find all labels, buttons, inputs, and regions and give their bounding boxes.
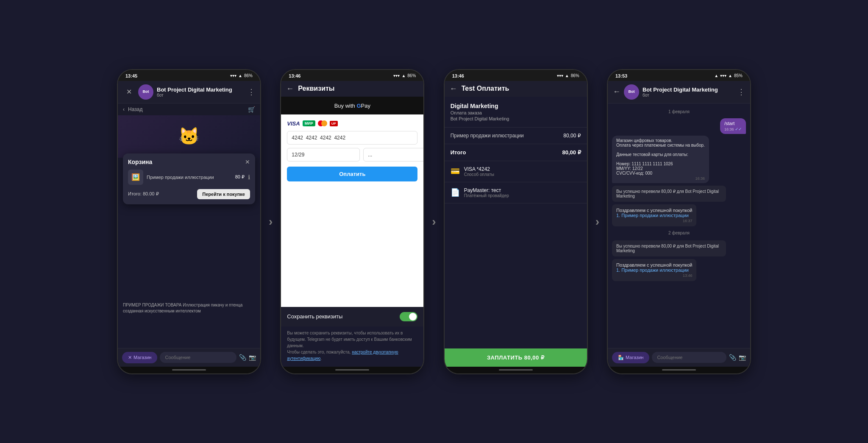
shop-button-1[interactable]: ✕ Магазин — [122, 352, 157, 363]
payment-method-label-3: VISA *4242 — [464, 166, 494, 172]
back-button-3[interactable]: ← — [450, 84, 457, 93]
promo-text-1: ПРИМЕР ПРОДАЖИ ТОВАРА Иллюстрация пикачу… — [123, 302, 255, 314]
status-time-2: 13:46 — [289, 73, 300, 78]
cart-item-image-1: 🖼️ — [128, 170, 143, 185]
msg-start-4: /start 16:36 ✓✓ — [720, 118, 746, 134]
cart-item-info-icon-1: ℹ — [248, 174, 250, 181]
cart-item-name-1: Пример продажи иллюстрации — [147, 175, 232, 180]
more-button-1[interactable]: ⋮ — [248, 87, 255, 97]
wifi-icon-1: ▲ — [238, 73, 242, 78]
message-input-1[interactable] — [160, 352, 236, 363]
chat-header-1: ✕ Bot Bot Project Digital Marketing бот … — [118, 81, 260, 103]
gpay-text-2: Buy with GPay — [334, 103, 370, 109]
cart-item-price-1: 80 ₽ — [235, 174, 245, 180]
msg-check-4: ✓✓ — [735, 127, 742, 131]
arrow-3: › — [595, 215, 599, 228]
date-divider-feb1-4: 1 февраля — [612, 109, 746, 114]
back-button-2[interactable]: ← — [286, 84, 294, 93]
status-bar-3: 13:46 ▾▾▾ ▲ 86% — [445, 70, 587, 81]
card-cvv-input-2[interactable] — [363, 148, 424, 162]
shop-btn-icon-1: ✕ — [128, 355, 132, 360]
more-button-4[interactable]: ⋮ — [737, 87, 745, 97]
payment-method-row-3: 💳 VISA *4242 Способ оплаты — [445, 161, 587, 182]
cart-icon-1[interactable]: 🛒 — [248, 106, 255, 113]
shop-button-4[interactable]: 🏪 Магазин — [612, 352, 649, 363]
payment-method-info-3: VISA *4242 Способ оплаты — [464, 166, 494, 177]
phone-screen-3: 13:46 ▾▾▾ ▲ 86% ← Test Оплатить Digital … — [444, 69, 588, 374]
message-input-4[interactable] — [652, 352, 726, 363]
status-icons-3: ▾▾▾ ▲ 86% — [557, 73, 579, 78]
status-time-1: 13:45 — [125, 73, 137, 78]
chat-header-4: ← Bot Bot Project Digital Marketing бот … — [608, 81, 750, 103]
header-subtitle-1: бот — [157, 93, 244, 98]
payment-provider-row-3: 📄 PayMaster: тест Платёжный провайдер — [445, 182, 587, 203]
header-title-4: Bot Project Digital Marketing — [643, 86, 734, 93]
status-time-4: 13:53 — [615, 73, 627, 78]
payment-merchant-3: Digital Marketing Оплата заказа Bot Proj… — [445, 97, 587, 128]
req-title-2: Реквизиты — [298, 85, 334, 92]
msg-congrats1-link-4: 1. Пример продажи иллюстрации — [616, 213, 692, 218]
attach-icon-4[interactable]: 📎 — [729, 354, 736, 361]
provider-icon-3: 📄 — [451, 188, 460, 197]
location-icon-4: ▲ — [714, 73, 718, 78]
card-expiry-input-2[interactable] — [287, 148, 360, 162]
save-req-toggle-2[interactable] — [400, 312, 417, 321]
back-button-4[interactable]: ← — [613, 87, 620, 96]
card-logos-2: VISA МИР UP — [287, 120, 417, 127]
shop-icon-4: 🏪 — [618, 355, 624, 360]
payment-provider-sub-3: Платёжный провайдер — [464, 193, 509, 198]
msg-congrats1-4: Поздравляем с успешной покупкой 1. Приме… — [612, 204, 696, 226]
signal-icon-3: ▾▾▾ — [557, 73, 563, 78]
screen-content-1: 🐱 Корзина ✕ 🖼️ Пример продажи иллюстраци… — [118, 115, 260, 348]
home-indicator-2 — [335, 369, 369, 371]
pay-green-button-3[interactable]: ЗАПЛАТИТЬ 80,00 ₽ — [445, 348, 587, 367]
save-req-row-2: Сохранить реквизиты — [281, 307, 423, 326]
chat-messages-4: 1 февраля /start 16:36 ✓✓ Магазин цифров… — [608, 103, 750, 348]
bot-avatar-1: Bot — [138, 84, 153, 100]
status-icons-2: ▾▾▾ ▲ 86% — [393, 73, 416, 78]
camera-icon-4[interactable]: 📷 — [739, 354, 746, 361]
header-info-1: Bot Project Digital Marketing бот — [157, 86, 244, 98]
msg-congrats2-4: Поздравляем с успешной покупкой 1. Приме… — [612, 259, 696, 281]
home-indicator-3 — [499, 369, 533, 371]
status-bar-2: 13:46 ▾▾▾ ▲ 86% — [281, 70, 423, 81]
attach-icon-1[interactable]: 📎 — [239, 354, 246, 361]
msg-start-text-4: /start — [724, 121, 734, 126]
phone-screen-1: 13:45 ▾▾▾ ▲ 86% ✕ Bot Bot Project Digita… — [117, 69, 261, 374]
msg-info-4: Магазин цифровых товаров. Оплата через п… — [612, 136, 709, 183]
cart-modal-1: Корзина ✕ 🖼️ Пример продажи иллюстрации … — [123, 153, 255, 204]
home-bar-1 — [118, 367, 260, 373]
card-number-input-2[interactable] — [287, 131, 417, 145]
nav-bar-1: ‹ Назад 🛒 — [118, 103, 260, 115]
payment-total-amount-3: 80,00 ₽ — [562, 149, 581, 156]
close-button-1[interactable]: ✕ — [123, 88, 135, 96]
home-indicator-1 — [172, 369, 206, 371]
date-divider-feb2-4: 2 февраля — [612, 231, 746, 235]
status-bar-1: 13:45 ▾▾▾ ▲ 86% — [118, 70, 260, 81]
payment-body-3: Digital Marketing Оплата заказа Bot Proj… — [445, 97, 587, 348]
signal-icon-4: ▾▾▾ — [720, 73, 726, 78]
pikachu-image-1: 🐱 — [118, 115, 260, 158]
card-form-2: VISA МИР UP Оплатить — [281, 114, 423, 307]
wifi-icon-3: ▲ — [565, 73, 569, 78]
header-info-4: Bot Project Digital Marketing бот — [643, 86, 734, 98]
battery-icon-4: 85% — [734, 73, 743, 78]
merchant-desc2-3: Bot Project Digital Marketing — [451, 116, 581, 121]
arrow-1: › — [269, 215, 273, 228]
payment-provider-label-3: PayMaster: тест — [464, 187, 509, 193]
msg-transfer1-4: Вы успешно перевели 80,00 ₽ для Bot Proj… — [612, 186, 726, 202]
cart-modal-title-1: Корзина — [128, 159, 152, 165]
wifi-icon-4: ▲ — [728, 73, 732, 78]
signal-icon-2: ▾▾▾ — [393, 73, 400, 78]
camera-icon-1[interactable]: 📷 — [249, 354, 256, 361]
gpay-bar-2[interactable]: Buy with GPay — [281, 97, 423, 114]
cart-modal-close-1[interactable]: ✕ — [245, 159, 250, 165]
mastercard-logo-2 — [318, 120, 327, 126]
screens-container: 13:45 ▾▾▾ ▲ 86% ✕ Bot Bot Project Digita… — [117, 69, 751, 374]
checkout-button-1[interactable]: Перейти к покупке — [197, 189, 250, 199]
pay-button-2[interactable]: Оплатить — [287, 167, 417, 181]
msg-start-time-4: 16:36 ✓✓ — [724, 127, 742, 131]
req-header-2: ← Реквизиты — [281, 81, 423, 97]
nav-back-label-1[interactable]: Назад — [128, 106, 142, 112]
battery-icon-2: 86% — [407, 73, 416, 78]
